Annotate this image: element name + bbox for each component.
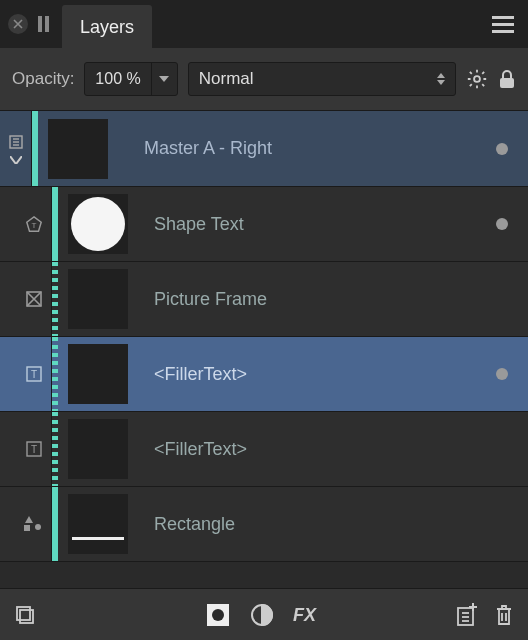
svg-point-19 bbox=[212, 609, 224, 621]
expand-toggle-icon[interactable] bbox=[10, 156, 22, 164]
svg-marker-14 bbox=[25, 516, 33, 523]
color-stripe bbox=[52, 337, 58, 411]
layers-toolbar: Opacity: 100 % Normal bbox=[0, 48, 528, 111]
close-panel-button[interactable] bbox=[8, 14, 28, 34]
blend-mode-value: Normal bbox=[199, 69, 254, 89]
stepper-icon bbox=[437, 73, 445, 85]
layers-tab[interactable]: Layers bbox=[62, 5, 152, 50]
layer-name: <FillerText> bbox=[154, 439, 247, 460]
text-frame-icon: T bbox=[25, 365, 43, 383]
svg-point-15 bbox=[35, 524, 41, 530]
layer-thumbnail bbox=[68, 494, 128, 554]
svg-text:T: T bbox=[32, 221, 37, 230]
layer-row[interactable]: Picture Frame bbox=[0, 262, 528, 337]
opacity-value: 100 % bbox=[85, 70, 150, 88]
panel-menu-button[interactable] bbox=[492, 16, 514, 33]
color-stripe bbox=[52, 487, 58, 561]
layer-name: Picture Frame bbox=[154, 289, 267, 310]
fx-icon[interactable]: FX bbox=[293, 604, 323, 626]
svg-point-0 bbox=[474, 76, 480, 82]
visibility-toggle[interactable] bbox=[496, 143, 508, 155]
svg-rect-1 bbox=[500, 78, 514, 88]
dock-icon[interactable] bbox=[38, 16, 52, 32]
svg-text:T: T bbox=[31, 369, 37, 380]
opacity-input[interactable]: 100 % bbox=[84, 62, 177, 96]
layer-row[interactable]: T <FillerText> bbox=[0, 412, 528, 487]
color-stripe bbox=[52, 187, 58, 261]
layer-name: Shape Text bbox=[154, 214, 244, 235]
add-layer-icon[interactable] bbox=[456, 603, 478, 627]
layer-type-gutter bbox=[0, 262, 52, 336]
picture-frame-icon bbox=[25, 290, 43, 308]
color-stripe bbox=[52, 412, 58, 486]
layer-thumbnail bbox=[68, 194, 128, 254]
mask-icon[interactable] bbox=[205, 602, 231, 628]
svg-rect-13 bbox=[24, 525, 30, 531]
svg-text:T: T bbox=[31, 444, 37, 455]
svg-text:FX: FX bbox=[293, 605, 317, 625]
shapes-icon bbox=[23, 515, 43, 533]
layer-name: <FillerText> bbox=[154, 364, 247, 385]
shape-text-icon: T bbox=[25, 215, 43, 233]
layer-meta-gutter bbox=[0, 111, 32, 186]
layer-thumbnail bbox=[68, 344, 128, 404]
layer-thumbnail bbox=[48, 119, 108, 179]
layer-type-gutter: T bbox=[0, 412, 52, 486]
layer-type-gutter bbox=[0, 487, 52, 561]
visibility-toggle[interactable] bbox=[496, 218, 508, 230]
svg-rect-16 bbox=[17, 607, 30, 620]
layer-row[interactable]: T Shape Text bbox=[0, 187, 528, 262]
layer-thumbnail bbox=[68, 269, 128, 329]
color-stripe bbox=[52, 262, 58, 336]
layer-type-gutter: T bbox=[0, 337, 52, 411]
svg-rect-17 bbox=[20, 610, 33, 623]
adjustment-icon[interactable] bbox=[249, 602, 275, 628]
tab-label: Layers bbox=[80, 17, 134, 37]
layer-row[interactable]: T <FillerText> bbox=[0, 337, 528, 412]
blend-mode-select[interactable]: Normal bbox=[188, 62, 456, 96]
layer-type-gutter: T bbox=[0, 187, 52, 261]
color-stripe bbox=[32, 111, 38, 186]
layer-row[interactable]: Rectangle bbox=[0, 487, 528, 562]
visibility-toggle[interactable] bbox=[496, 368, 508, 380]
trash-icon[interactable] bbox=[494, 603, 514, 627]
opacity-dropdown-button[interactable] bbox=[151, 62, 177, 96]
layer-name: Rectangle bbox=[154, 514, 235, 535]
layer-thumbnail bbox=[68, 419, 128, 479]
gear-icon[interactable] bbox=[466, 68, 488, 90]
opacity-label: Opacity: bbox=[12, 69, 74, 89]
text-frame-icon: T bbox=[25, 440, 43, 458]
panel-tabbar: Layers bbox=[0, 0, 528, 48]
layer-row-master[interactable]: Master A - Right bbox=[0, 111, 528, 187]
layers-footer: FX bbox=[0, 588, 528, 640]
lock-icon[interactable] bbox=[498, 69, 516, 89]
layer-name: Master A - Right bbox=[144, 138, 272, 159]
page-icon bbox=[8, 134, 24, 150]
auto-scroll-icon[interactable] bbox=[14, 604, 36, 626]
layers-list: Master A - Right T Shape Text Picture Fr… bbox=[0, 111, 528, 562]
